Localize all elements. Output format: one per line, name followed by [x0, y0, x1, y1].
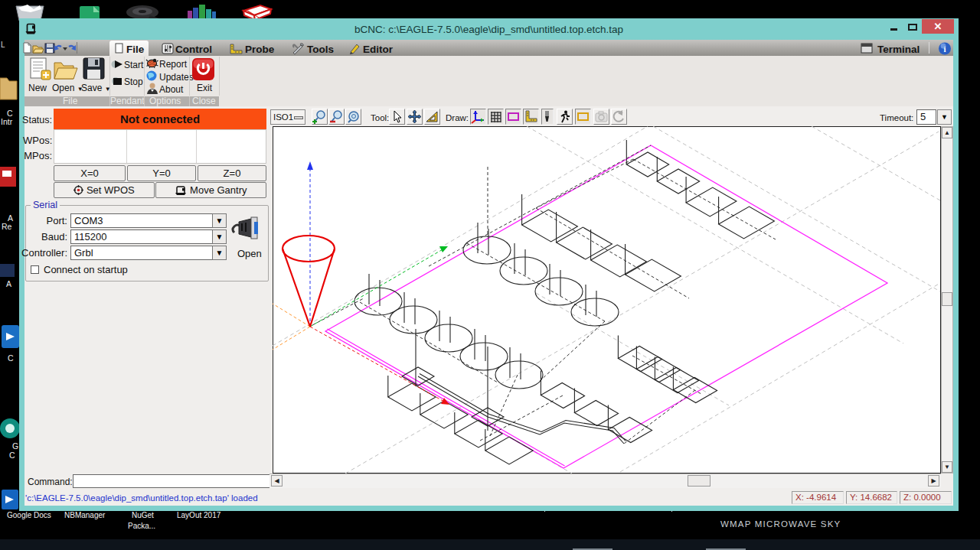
svg-text:G: G — [12, 441, 18, 451]
svg-text:Intr: Intr — [1, 117, 13, 126]
svg-text:Re: Re — [2, 222, 12, 231]
svg-text:C: C — [9, 451, 15, 460]
svg-text:C: C — [8, 353, 14, 363]
svg-text:i: i — [943, 44, 946, 54]
svg-text:L: L — [1, 41, 5, 49]
svg-text:A: A — [6, 279, 11, 288]
